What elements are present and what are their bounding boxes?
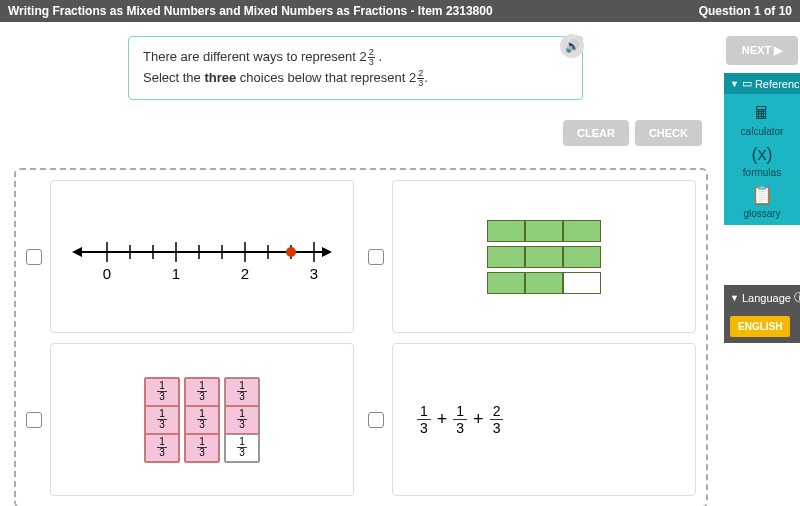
check-button[interactable]: CHECK bbox=[635, 120, 702, 146]
mixed-number: 223 bbox=[360, 47, 375, 68]
chevron-down-icon: ▼ bbox=[730, 293, 739, 303]
glossary-icon: 📋 bbox=[749, 182, 775, 208]
choice-d: 13 + 13 + 23 bbox=[368, 343, 696, 496]
choice-c-card: 13 13 13 13 13 13 13 13 13 bbox=[50, 343, 354, 496]
green-blocks bbox=[487, 220, 601, 294]
calculator-button[interactable]: 🖩calculator bbox=[741, 100, 784, 137]
info-icon: ⓘ bbox=[794, 290, 800, 305]
question-progress: Question 1 of 10 bbox=[699, 4, 792, 18]
item-title: Writing Fractions as Mixed Numbers and M… bbox=[8, 4, 493, 18]
reference-header[interactable]: ▼▭Reference bbox=[724, 73, 800, 94]
svg-marker-2 bbox=[322, 247, 332, 257]
choice-a-checkbox[interactable] bbox=[26, 249, 42, 265]
choice-b-card bbox=[392, 180, 696, 333]
fraction-bars: 13 13 13 13 13 13 13 13 13 bbox=[144, 377, 260, 463]
prompt-box: There are different ways to represent 22… bbox=[128, 36, 583, 100]
language-header[interactable]: ▼Languageⓘ bbox=[724, 285, 800, 310]
prompt-line-2: Select the three choices below that repr… bbox=[143, 68, 568, 89]
english-button[interactable]: ENGLISH bbox=[730, 316, 790, 337]
glossary-button[interactable]: 📋glossary bbox=[743, 182, 780, 219]
mixed-number: 223 bbox=[409, 68, 424, 89]
formulas-button[interactable]: (x)formulas bbox=[743, 141, 781, 178]
svg-point-13 bbox=[286, 247, 296, 257]
choices-container: 0 1 2 3 13 bbox=[14, 168, 708, 506]
svg-text:0: 0 bbox=[103, 265, 111, 282]
choice-b bbox=[368, 180, 696, 333]
header-bar: Writing Fractions as Mixed Numbers and M… bbox=[0, 0, 800, 22]
choice-b-checkbox[interactable] bbox=[368, 249, 384, 265]
reference-panel: ▼▭Reference 🖩calculator (x)formulas 📋glo… bbox=[724, 73, 800, 225]
chevron-down-icon: ▼ bbox=[730, 79, 739, 89]
choice-a-card: 0 1 2 3 bbox=[50, 180, 354, 333]
equation: 13 + 13 + 23 bbox=[417, 404, 503, 435]
choice-d-card: 13 + 13 + 23 bbox=[392, 343, 696, 496]
action-buttons: CLEAR CHECK bbox=[563, 120, 702, 146]
prompt-line-1: There are different ways to represent 22… bbox=[143, 47, 568, 68]
language-panel: ▼Languageⓘ ENGLISH bbox=[724, 285, 800, 343]
choice-c-checkbox[interactable] bbox=[26, 412, 42, 428]
svg-text:1: 1 bbox=[172, 265, 180, 282]
next-button[interactable]: NEXT ▶ bbox=[726, 36, 798, 65]
main-area: There are different ways to represent 22… bbox=[0, 22, 720, 506]
clear-button[interactable]: CLEAR bbox=[563, 120, 629, 146]
audio-icon[interactable]: 🔊 bbox=[560, 34, 584, 58]
choice-d-checkbox[interactable] bbox=[368, 412, 384, 428]
calculator-icon: 🖩 bbox=[749, 100, 775, 126]
choice-a: 0 1 2 3 bbox=[26, 180, 354, 333]
svg-marker-1 bbox=[72, 247, 82, 257]
formulas-icon: (x) bbox=[749, 141, 775, 167]
svg-text:3: 3 bbox=[310, 265, 318, 282]
choice-c: 13 13 13 13 13 13 13 13 13 bbox=[26, 343, 354, 496]
svg-text:2: 2 bbox=[241, 265, 249, 282]
number-line-svg: 0 1 2 3 bbox=[67, 217, 337, 297]
sidebar: NEXT ▶ ▼▭Reference 🖩calculator (x)formul… bbox=[724, 22, 800, 343]
